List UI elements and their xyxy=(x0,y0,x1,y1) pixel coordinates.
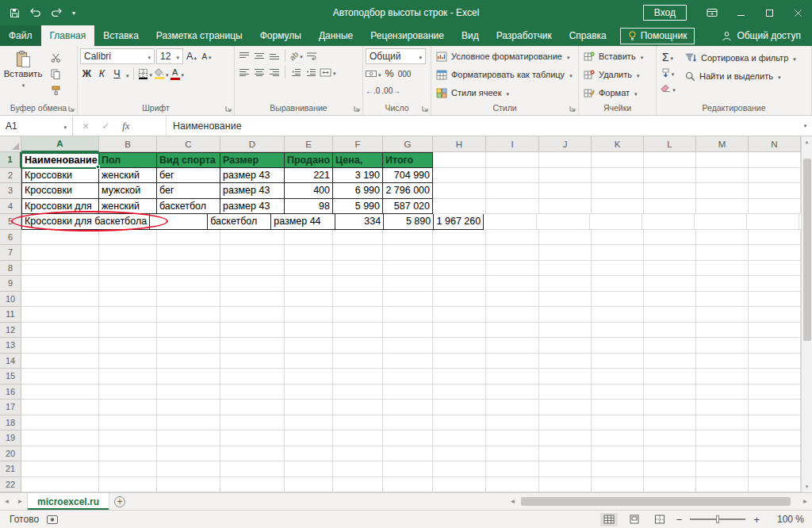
expand-formula-bar-button[interactable] xyxy=(798,116,812,136)
align-center-button[interactable] xyxy=(252,65,266,79)
cell-L3[interactable] xyxy=(644,183,696,199)
cell-D10[interactable] xyxy=(220,292,285,308)
cell-J12[interactable] xyxy=(539,323,592,339)
cell-G21[interactable] xyxy=(383,461,433,477)
cell-A3[interactable]: Кроссовки xyxy=(21,183,99,199)
cell-B16[interactable] xyxy=(99,385,157,400)
cell-C6[interactable] xyxy=(157,230,220,246)
cell-N10[interactable] xyxy=(749,292,801,308)
cell-K18[interactable] xyxy=(592,415,644,431)
cell-B6[interactable] xyxy=(99,230,157,246)
row-header-19[interactable]: 19 xyxy=(0,430,21,446)
cell-I11[interactable] xyxy=(486,307,539,323)
orientation-button[interactable]: ab xyxy=(289,48,303,63)
row-header-6[interactable]: 6 xyxy=(0,230,21,246)
row-header-16[interactable]: 16 xyxy=(0,385,21,400)
col-header-I[interactable]: I xyxy=(486,136,539,152)
macro-record-button[interactable] xyxy=(47,515,58,524)
cell-D18[interactable] xyxy=(220,415,285,431)
zoom-slider-thumb[interactable] xyxy=(716,515,719,523)
cell-J15[interactable] xyxy=(539,369,592,385)
cell-L16[interactable] xyxy=(644,385,696,400)
cell-K6[interactable] xyxy=(592,230,644,246)
row-header-10[interactable]: 10 xyxy=(0,292,21,308)
col-header-N[interactable]: N xyxy=(749,136,801,152)
cell-M18[interactable] xyxy=(696,415,749,431)
cell-B10[interactable] xyxy=(99,292,157,308)
cell-B17[interactable] xyxy=(99,400,157,415)
cell-H20[interactable] xyxy=(433,446,486,462)
cell-styles-button[interactable]: Стили ячеек xyxy=(434,85,576,101)
row-header-8[interactable]: 8 xyxy=(0,261,21,277)
row-header-4[interactable]: 4 xyxy=(0,199,21,215)
number-dialog-launcher[interactable] xyxy=(421,105,429,113)
cell-B14[interactable] xyxy=(99,354,157,369)
merge-center-button[interactable] xyxy=(320,65,336,79)
cell-M8[interactable] xyxy=(696,261,749,277)
cell-D13[interactable] xyxy=(220,338,285,354)
hscroll-left-icon[interactable] xyxy=(506,493,519,510)
cell-J1[interactable] xyxy=(539,152,592,168)
cell-I5[interactable] xyxy=(537,214,590,230)
font-color-button[interactable]: А xyxy=(170,67,185,81)
cell-L1[interactable] xyxy=(644,152,696,168)
row-header-20[interactable]: 20 xyxy=(0,446,21,462)
conditional-formatting-button[interactable]: Условное форматирование xyxy=(434,48,576,64)
cell-L12[interactable] xyxy=(644,323,696,339)
confirm-entry-icon[interactable] xyxy=(102,121,109,132)
cell-C5[interactable]: баскетбол xyxy=(208,214,271,230)
cell-H2[interactable] xyxy=(433,168,486,184)
cell-J6[interactable] xyxy=(539,230,592,246)
cell-L5[interactable] xyxy=(695,214,747,230)
font-size-select[interactable]: 12 xyxy=(156,48,183,64)
fill-handle[interactable] xyxy=(96,165,100,169)
cell-H9[interactable] xyxy=(433,276,486,292)
cell-F6[interactable] xyxy=(333,230,383,246)
cell-I17[interactable] xyxy=(486,400,539,415)
cell-K14[interactable] xyxy=(592,354,644,369)
cell-I21[interactable] xyxy=(486,461,539,477)
cell-H18[interactable] xyxy=(433,415,486,431)
cell-N7[interactable] xyxy=(749,245,801,261)
formula-input[interactable]: Наименование xyxy=(167,116,798,136)
cell-G13[interactable] xyxy=(383,338,433,354)
cell-E17[interactable] xyxy=(285,400,333,415)
cell-E18[interactable] xyxy=(285,415,333,431)
cell-F8[interactable] xyxy=(333,261,383,277)
row-header-3[interactable]: 3 xyxy=(0,183,21,199)
cell-I7[interactable] xyxy=(486,245,539,261)
cell-C22[interactable] xyxy=(157,477,220,493)
cell-A15[interactable] xyxy=(21,369,99,385)
cell-H21[interactable] xyxy=(433,461,486,477)
clipboard-dialog-launcher[interactable] xyxy=(67,105,75,113)
select-all-button[interactable] xyxy=(0,136,21,152)
cell-L6[interactable] xyxy=(644,230,696,246)
cell-E13[interactable] xyxy=(285,338,333,354)
cell-H11[interactable] xyxy=(433,307,486,323)
cell-L15[interactable] xyxy=(644,369,696,385)
cell-G2[interactable]: 704 990 xyxy=(383,168,433,184)
cell-J21[interactable] xyxy=(539,461,592,477)
cell-G4[interactable]: 587 020 xyxy=(383,199,433,215)
row-header-14[interactable]: 14 xyxy=(0,354,21,369)
cell-A9[interactable] xyxy=(21,276,99,292)
cell-K13[interactable] xyxy=(592,338,644,354)
sheet-tab[interactable]: microexcel.ru xyxy=(27,493,109,510)
delete-cells-button[interactable]: Удалить xyxy=(581,67,653,82)
normal-view-button[interactable] xyxy=(600,513,618,526)
comma-style-button[interactable]: 000 xyxy=(398,67,412,81)
next-sheet-button[interactable] xyxy=(13,493,27,510)
cell-N3[interactable] xyxy=(749,183,801,199)
col-header-E[interactable]: E xyxy=(285,136,333,152)
cell-G6[interactable] xyxy=(383,230,433,246)
cell-N20[interactable] xyxy=(749,446,801,462)
cell-C13[interactable] xyxy=(157,338,220,354)
cell-K17[interactable] xyxy=(592,400,644,415)
cell-D12[interactable] xyxy=(220,323,285,339)
horizontal-scroll-thumb[interactable] xyxy=(521,497,791,506)
cell-I14[interactable] xyxy=(486,354,539,369)
col-header-C[interactable]: C xyxy=(157,136,220,152)
cell-J22[interactable] xyxy=(539,477,592,493)
tab-справка[interactable]: Справка xyxy=(561,25,615,46)
cell-M21[interactable] xyxy=(696,461,749,477)
